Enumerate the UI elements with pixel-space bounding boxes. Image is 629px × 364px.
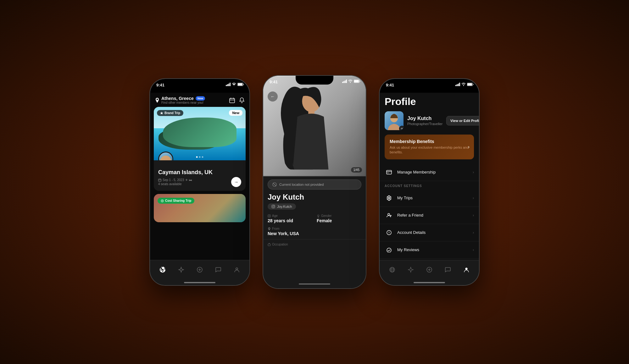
menu-item-my-reviews[interactable]: My Reviews › — [380, 241, 479, 259]
wifi-icon — [232, 83, 236, 86]
nav-globe-1[interactable] — [156, 267, 170, 273]
menu-item-account-details[interactable]: Account Details › — [380, 224, 479, 241]
card-meta-left: Sep 1 - 5, 2023 ✈ 🛏 4 seats available — [158, 178, 192, 186]
membership-benefits-card[interactable]: Membership Benefits Ask us about your ex… — [385, 135, 474, 159]
svg-rect-31 — [458, 84, 459, 86]
refer-icon — [385, 211, 393, 220]
svg-point-33 — [463, 85, 464, 86]
svg-rect-32 — [459, 83, 460, 86]
phone-3: 9:41 Profile — [379, 78, 480, 286]
location-name: Athens, Greece New — [161, 96, 205, 101]
card-arrow[interactable]: → — [231, 177, 241, 187]
svg-rect-1 — [227, 84, 228, 86]
my-trips-chevron: › — [473, 196, 474, 200]
p2-user-handle: Joy.Kutch — [268, 203, 296, 210]
menu-item-refer-friend[interactable]: Refer a Friend › — [380, 207, 479, 224]
bottom-nav-3 — [380, 260, 479, 285]
trip-card-1[interactable]: Brand Trip New Cayman Islan — [154, 107, 246, 191]
menu-item-manage-membership[interactable]: Manage Membership › — [380, 164, 479, 181]
menu-item-my-trips[interactable]: My Trips › — [380, 190, 479, 207]
p2-back-button[interactable]: ← — [268, 91, 278, 102]
nav-person-1[interactable] — [230, 267, 244, 273]
age-icon — [268, 214, 271, 218]
p1-header-icons — [229, 97, 244, 103]
p2-gender-item: Gender Female — [317, 214, 361, 223]
battery-icon-2 — [354, 80, 361, 83]
card-new-label: New — [229, 110, 242, 116]
p2-image-counter: 1/45 — [351, 167, 362, 173]
location-pin-icon — [155, 98, 159, 103]
card-title: Cayman Islands, UK — [158, 169, 241, 176]
svg-line-22 — [273, 183, 276, 186]
p2-from-section: From New York, USA — [263, 223, 366, 236]
status-bar-2: 9:41 — [263, 76, 366, 90]
svg-rect-2 — [228, 84, 229, 86]
p3-profile-row: ✏ Joy Kutch Photographer/Traveller View … — [380, 111, 479, 135]
p2-from-item: From New York, USA — [268, 227, 361, 236]
card-dots — [196, 156, 203, 158]
status-time-2: 9:41 — [270, 80, 278, 84]
p2-hero-image: ← 1/45 — [263, 76, 366, 176]
svg-rect-11 — [342, 82, 343, 83]
membership-title: Membership Benefits — [390, 139, 469, 144]
account-details-label: Account Details — [397, 230, 469, 235]
notch-3 — [410, 79, 448, 88]
woman-silhouette — [263, 76, 366, 176]
svg-point-10 — [236, 268, 238, 270]
calendar-icon[interactable] — [229, 97, 235, 103]
wifi-icon-3 — [461, 83, 466, 86]
wifi-icon-2 — [348, 80, 353, 83]
p2-age-value: 28 years old — [268, 218, 312, 223]
status-icons-3 — [455, 83, 474, 86]
p2-gender-label: Gender — [317, 214, 361, 218]
card-seats: 4 seats available — [158, 182, 192, 186]
phone1-content: Athens, Greece New Find other members ne… — [150, 93, 249, 260]
status-time-3: 9:41 — [386, 83, 394, 87]
cost-sharing-card[interactable]: Cost Sharing Trip — [154, 194, 246, 222]
phone-1: 9:41 Athens, Greece New Find oth — [149, 78, 250, 286]
bottom-indicator-3 — [414, 282, 445, 283]
p3-edit-profile-button[interactable]: View or Edit Profile — [446, 116, 479, 125]
scroll-indicator-2 — [299, 284, 330, 284]
membership-arrow-icon: › — [468, 144, 470, 149]
status-icons-1 — [226, 83, 244, 86]
nav-person-3[interactable] — [459, 267, 473, 273]
manage-membership-label: Manage Membership — [397, 170, 469, 174]
date-icon — [158, 179, 161, 182]
svg-rect-3 — [230, 83, 231, 86]
p2-occupation-label: Occupation — [268, 243, 361, 246]
p2-age-label: Age — [268, 214, 312, 218]
p3-user-info: Joy Kutch Photographer/Traveller — [407, 116, 443, 126]
p2-location-bar: Current location not provided — [268, 179, 361, 190]
star-icon — [160, 112, 163, 115]
svg-point-39 — [388, 213, 390, 215]
my-trips-label: My Trips — [397, 196, 469, 200]
location-subtitle: Find other members near you! — [161, 101, 205, 104]
notch-1 — [181, 79, 219, 88]
share-icon — [161, 199, 164, 202]
nav-chat-3[interactable] — [441, 267, 455, 273]
bottom-nav-1 — [150, 260, 249, 285]
nav-globe-3[interactable] — [385, 267, 399, 273]
nav-compass-1[interactable] — [174, 267, 188, 273]
svg-rect-6 — [230, 98, 235, 103]
nav-plus-1[interactable] — [193, 267, 207, 273]
card-info: Cayman Islands, UK Sep 1 - 5, 2023 ✈ 🛏 4… — [154, 160, 246, 191]
bell-icon[interactable] — [239, 97, 244, 103]
reviews-icon — [385, 245, 393, 254]
p3-avatar-edit-icon[interactable]: ✏ — [399, 126, 404, 130]
svg-rect-14 — [346, 80, 347, 83]
nav-plus-3[interactable] — [422, 267, 436, 273]
instagram-icon — [271, 205, 275, 208]
p2-occupation-section: Occupation — [263, 239, 366, 246]
p2-hero-photo — [263, 76, 366, 176]
svg-rect-23 — [272, 205, 275, 208]
bottom-indicator-1 — [184, 282, 215, 283]
nav-compass-3[interactable] — [404, 267, 418, 273]
status-time-1: 9:41 — [156, 83, 164, 87]
phone3-content: Profile — [380, 93, 479, 260]
p2-content: Current location not provided Joy Kutch … — [263, 176, 366, 288]
nav-chat-1[interactable] — [211, 267, 225, 273]
profile-title: Profile — [380, 93, 479, 111]
brand-trip-badge: Brand Trip — [157, 110, 183, 116]
